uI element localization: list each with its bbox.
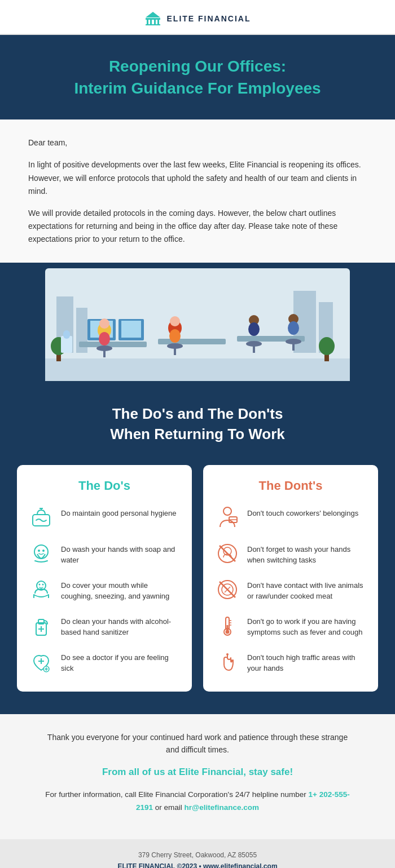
- svg-rect-4: [157, 20, 159, 24]
- svg-rect-36: [253, 342, 255, 353]
- donts-item-3: Don't have contact with live animals or …: [214, 577, 367, 603]
- svg-rect-2: [150, 20, 152, 24]
- donts-item-5-text: Don't touch high traffic areas with your…: [247, 649, 367, 674]
- handwash-icon: [28, 541, 54, 566]
- bank-icon: [144, 10, 161, 27]
- doctor-icon: [28, 649, 54, 675]
- donts-item-2-text: Don't forget to wash your hands when swi…: [247, 541, 367, 566]
- donts-item-1-text: Don't touch coworkers' belongings: [247, 504, 358, 519]
- dos-item-2: Do wash your hands with soap and water: [28, 541, 181, 566]
- svg-point-42: [319, 337, 335, 355]
- svg-point-26: [169, 329, 181, 343]
- contact-info: For further information, call Elite Fina…: [45, 789, 350, 814]
- mouth-cover-icon: [28, 577, 54, 603]
- svg-rect-20: [121, 321, 141, 338]
- thermometer-icon: [214, 613, 240, 639]
- svg-rect-0: [146, 18, 160, 20]
- svg-point-22: [99, 318, 109, 329]
- paragraph2: We will provide detailed protocols in th…: [28, 207, 367, 246]
- svg-point-25: [170, 316, 180, 326]
- svg-point-30: [288, 321, 299, 335]
- body-section: Dear team, In light of positive developm…: [0, 119, 395, 263]
- dos-item-5-text: Do see a doctor if you are feeling sick: [61, 649, 181, 674]
- dos-item-1: Do maintain good personal hygiene: [28, 504, 181, 530]
- svg-rect-1: [147, 20, 148, 24]
- office-illustration: [0, 263, 395, 387]
- donts-item-2: Don't forget to wash your hands when swi…: [214, 541, 367, 566]
- donts-card: The Dont's Don't touch coworkers' belong…: [203, 465, 378, 692]
- svg-rect-44: [63, 330, 70, 339]
- brand-footer: ELITE FINANCIAL ©2023 • www.elitefinanci…: [23, 861, 372, 868]
- donts-item-1: Don't touch coworkers' belongings: [214, 504, 367, 530]
- address: 379 Cherry Street, Oakwood, AZ 85055: [23, 849, 372, 861]
- svg-point-49: [38, 550, 40, 552]
- donts-item-5: Don't touch high traffic areas with your…: [214, 649, 367, 675]
- donts-card-title: The Dont's: [214, 479, 367, 493]
- svg-point-48: [34, 545, 48, 559]
- dos-card: The Do's Do maintain good personal hygie…: [17, 465, 192, 692]
- svg-point-83: [226, 653, 229, 656]
- cards-container: The Do's Do maintain good personal hygie…: [0, 465, 395, 714]
- svg-point-50: [42, 550, 45, 552]
- email-link[interactable]: hr@elitefinance.com: [185, 803, 259, 812]
- bottom-footer: 379 Cherry Street, Oakwood, AZ 85055 ELI…: [0, 839, 395, 868]
- greeting: Dear team,: [28, 136, 367, 149]
- dos-card-title: The Do's: [28, 479, 181, 493]
- no-touch-icon: [214, 649, 240, 675]
- svg-rect-32: [103, 346, 106, 357]
- dos-item-4-text: Do clean your hands with alcohol-based h…: [61, 613, 181, 638]
- svg-rect-34: [174, 344, 176, 355]
- donts-item-4: Don't go to work if you are having sympt…: [214, 613, 367, 639]
- dos-item-2-text: Do wash your hands with soap and water: [61, 541, 181, 566]
- page-header: ELITE FINANCIAL: [0, 0, 395, 35]
- dos-item-3-text: Do cover your mouth while coughing, snee…: [61, 577, 181, 602]
- svg-point-23: [99, 332, 110, 346]
- thank-you-text: Thank you everyone for your continued ha…: [45, 731, 350, 756]
- svg-point-79: [226, 630, 230, 634]
- svg-marker-6: [146, 12, 160, 17]
- dos-item-1-text: Do maintain good personal hygiene: [61, 504, 177, 519]
- hero-title: Reopening Our Offices: Interim Guidance …: [34, 55, 361, 99]
- svg-rect-15: [158, 339, 226, 344]
- donts-item-4-text: Don't go to work if you are having sympt…: [247, 613, 367, 638]
- svg-rect-13: [45, 358, 350, 381]
- paragraph1: In light of positive developments over t…: [28, 158, 367, 197]
- dos-item-4: Do clean your hands with alcohol-based h…: [28, 613, 181, 639]
- section-title: The Do's and The Don'ts When Returning T…: [0, 387, 395, 465]
- svg-point-65: [223, 507, 231, 515]
- hero-section: Reopening Our Offices: Interim Guidance …: [0, 35, 395, 119]
- svg-rect-3: [154, 20, 156, 24]
- company-name: ELITE FINANCIAL: [167, 14, 251, 23]
- svg-rect-5: [146, 24, 160, 25]
- donts-item-3-text: Don't have contact with live animals or …: [247, 577, 367, 602]
- dos-item-5: Do see a doctor if you are feeling sick: [28, 649, 181, 675]
- hygiene-icon: [28, 504, 54, 530]
- section-heading: The Do's and The Don'ts When Returning T…: [23, 404, 372, 445]
- sanitizer-icon: [28, 613, 54, 639]
- belongings-icon: [214, 504, 240, 530]
- no-meat-icon: [214, 577, 240, 603]
- dos-item-3: Do cover your mouth while coughing, snee…: [28, 577, 181, 603]
- svg-rect-14: [79, 342, 147, 347]
- no-handwash-icon: [214, 541, 240, 566]
- svg-point-53: [42, 583, 44, 585]
- svg-rect-38: [292, 339, 295, 351]
- tagline: From all of us at Elite Financial, stay …: [45, 764, 350, 780]
- footer-message: Thank you everyone for your continued ha…: [0, 714, 395, 839]
- svg-line-70: [220, 546, 235, 561]
- svg-point-52: [39, 583, 41, 585]
- svg-point-28: [248, 322, 260, 336]
